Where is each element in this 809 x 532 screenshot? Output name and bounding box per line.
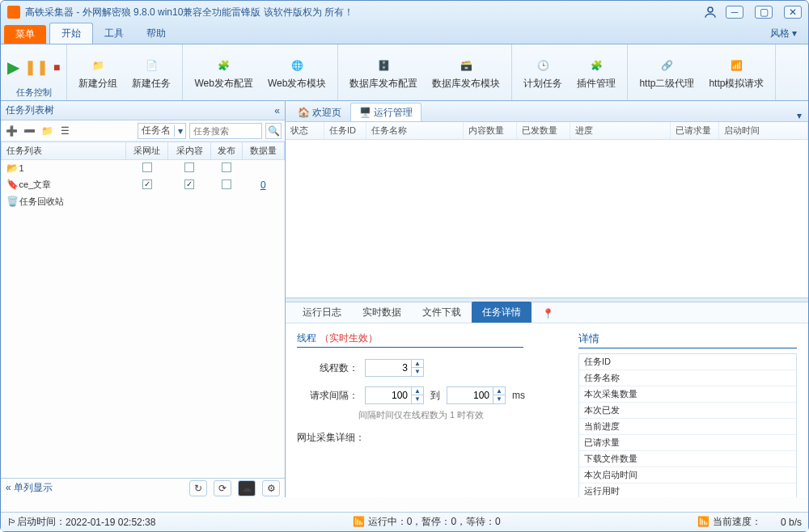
- tab-file-download[interactable]: 文件下载: [412, 302, 472, 323]
- interval-to-input[interactable]: [447, 387, 493, 403]
- col-collect-content[interactable]: 采内容: [168, 142, 210, 160]
- col-status[interactable]: 状态: [286, 122, 324, 139]
- spin-up-icon[interactable]: ▲: [412, 387, 423, 395]
- col-task-id[interactable]: 任务ID: [324, 122, 366, 139]
- col-progress[interactable]: 进度: [570, 122, 671, 139]
- tab-start[interactable]: 开始: [49, 23, 93, 44]
- checkbox[interactable]: [184, 163, 194, 172]
- plugin-manager-button[interactable]: 🧩插件管理: [572, 53, 621, 95]
- threads-spinner[interactable]: ▲▼: [365, 359, 424, 377]
- col-start-time[interactable]: 启动时间: [719, 122, 808, 139]
- threads-input[interactable]: [366, 360, 411, 376]
- checkbox[interactable]: [222, 179, 231, 189]
- spin-down-icon[interactable]: ▼: [493, 395, 505, 403]
- url-collect-detail-label: 网址采集详细：: [297, 431, 365, 445]
- minimize-button[interactable]: ─: [726, 6, 743, 19]
- chevron-down-icon[interactable]: ▾: [174, 125, 185, 137]
- left-pane-header: 任务列表树 «: [1, 101, 285, 120]
- search-input[interactable]: [189, 123, 262, 139]
- new-group-button[interactable]: 📁新建分组: [74, 53, 122, 95]
- play-icon[interactable]: ▶: [7, 57, 19, 77]
- settings-icon[interactable]: ⚙: [262, 480, 280, 496]
- table-row[interactable]: 📂1: [2, 160, 285, 177]
- col-content-count[interactable]: 内容数量: [464, 122, 517, 139]
- tree-item-icon: 🔖: [6, 179, 18, 190]
- spin-up-icon[interactable]: ▲: [412, 360, 423, 368]
- table-row[interactable]: 🔖ce_文章0: [2, 176, 285, 193]
- app-logo-icon: [7, 6, 20, 19]
- scheduled-task-button[interactable]: 🕒计划任务: [519, 53, 567, 95]
- db-publish-config-button[interactable]: 🗄️数据库发布配置: [345, 53, 422, 95]
- checkbox[interactable]: [184, 179, 194, 189]
- interval-from-input[interactable]: [366, 387, 411, 403]
- spin-down-icon[interactable]: ▼: [412, 368, 423, 376]
- tab-tools[interactable]: 工具: [93, 23, 135, 44]
- interval-to-spinner[interactable]: ▲▼: [447, 386, 506, 404]
- tab-welcome[interactable]: 🏠欢迎页: [289, 103, 350, 121]
- search-criteria-dropdown[interactable]: 任务名 ▾: [138, 123, 186, 139]
- checkbox[interactable]: [142, 179, 152, 189]
- detail-left: 线程 （实时生效） 线程数： ▲▼ 请求间隔： ▲▼ 到 ▲▼ ms 间隔时间仅…: [297, 331, 562, 489]
- spin-up-icon[interactable]: ▲: [493, 387, 505, 395]
- left-pane-footer: « 单列显示 ↻ ⟳ ☁ ⚙: [1, 478, 285, 497]
- run-table-body[interactable]: [286, 140, 808, 298]
- cloud-download-icon[interactable]: ☁: [238, 480, 256, 496]
- checkbox[interactable]: [222, 163, 231, 172]
- collapse-icon[interactable]: ⟳: [214, 480, 231, 496]
- file-menu-button[interactable]: 菜单: [4, 25, 46, 44]
- web-publish-module-button[interactable]: 🌐Web发布模块: [263, 53, 331, 95]
- folder-icon[interactable]: 📁: [40, 124, 54, 138]
- toolbar-group-taskcontrol: ▶ ❚❚ ■ 任务控制: [1, 44, 67, 100]
- http-proxy-button[interactable]: 🔗http二级代理: [634, 53, 699, 95]
- tab-task-detail[interactable]: 任务详情: [472, 302, 532, 323]
- task-tree-table[interactable]: 任务列表 采网址 采内容 发布 数据量 📂1🔖ce_文章0🗑️任务回收站: [1, 141, 285, 478]
- tab-run-manage[interactable]: 🖥️运行管理: [350, 103, 421, 121]
- web-publish-config-button[interactable]: 🧩Web发布配置: [189, 53, 257, 95]
- checkbox[interactable]: [142, 163, 152, 172]
- col-task-name[interactable]: 任务名称: [366, 122, 464, 139]
- delete-icon[interactable]: ➖: [22, 124, 36, 138]
- add-icon[interactable]: ➕: [4, 124, 19, 138]
- tab-help[interactable]: 帮助: [135, 23, 177, 44]
- col-tasklist[interactable]: 任务列表: [2, 142, 126, 160]
- db-publish-module-button[interactable]: 🗃️数据库发布模块: [427, 53, 505, 95]
- tab-run-log[interactable]: 运行日志: [292, 302, 352, 323]
- interval-hint: 间隔时间仅在线程数为 1 时有效: [358, 409, 562, 421]
- info-row: 本次采集数量: [579, 386, 796, 403]
- detail-info-table: 任务ID任务名称本次采集数量本次已发当前进度已请求量下载文件数量本次启动时间运行…: [578, 353, 797, 497]
- pin-icon[interactable]: «: [274, 105, 280, 116]
- close-button[interactable]: ✕: [784, 6, 802, 19]
- table-row[interactable]: 🗑️任务回收站: [2, 193, 285, 210]
- signal-icon: 📶: [699, 516, 709, 527]
- style-dropdown[interactable]: 风格 ▾: [759, 23, 808, 44]
- tab-realtime-data[interactable]: 实时数据: [352, 302, 412, 323]
- col-publish[interactable]: 发布: [210, 142, 242, 160]
- left-pane: 任务列表树 « ➕ ➖ 📁 ☰ 任务名 ▾ 🔍 任务列表: [1, 101, 286, 497]
- location-pin-icon[interactable]: 📍: [532, 304, 553, 323]
- running-status: 运行中：0，暂停：0，等待：0: [368, 516, 501, 527]
- stop-icon[interactable]: ■: [53, 61, 60, 74]
- refresh-icon[interactable]: ↻: [189, 480, 207, 496]
- spin-down-icon[interactable]: ▼: [412, 395, 423, 403]
- col-requested-count[interactable]: 已请求量: [671, 122, 719, 139]
- tabs-dropdown-icon[interactable]: ▾: [797, 110, 808, 121]
- toolbar-group-new: 📁新建分组 📄新建任务: [67, 44, 183, 100]
- search-button[interactable]: 🔍: [265, 123, 282, 139]
- ribbon-tabstrip: 菜单 开始 工具 帮助 风格 ▾: [1, 23, 808, 44]
- ribbon-toolbar: ▶ ❚❚ ■ 任务控制 📁新建分组 📄新建任务 🧩Web发布配置 🌐Web发布模…: [1, 44, 808, 101]
- interval-from-spinner[interactable]: ▲▼: [365, 386, 424, 404]
- pause-icon[interactable]: ❚❚: [24, 58, 49, 76]
- maximize-button[interactable]: ▢: [755, 6, 773, 19]
- single-column-toggle[interactable]: 单列显示: [14, 482, 53, 493]
- col-sent-count[interactable]: 已发数量: [517, 122, 570, 139]
- db-module-icon: 🗃️: [456, 56, 476, 75]
- detail-info-title: 详情: [578, 331, 797, 348]
- tree-item-icon: 📂: [6, 163, 18, 174]
- col-data-count[interactable]: 数据量: [242, 142, 284, 160]
- user-icon[interactable]: [703, 5, 718, 19]
- list-icon[interactable]: ☰: [57, 124, 72, 138]
- data-count-link[interactable]: 0: [260, 179, 266, 191]
- col-collect-url[interactable]: 采网址: [126, 142, 168, 160]
- http-simulate-button[interactable]: 📶http模拟请求: [704, 53, 769, 95]
- new-task-button[interactable]: 📄新建任务: [127, 53, 176, 95]
